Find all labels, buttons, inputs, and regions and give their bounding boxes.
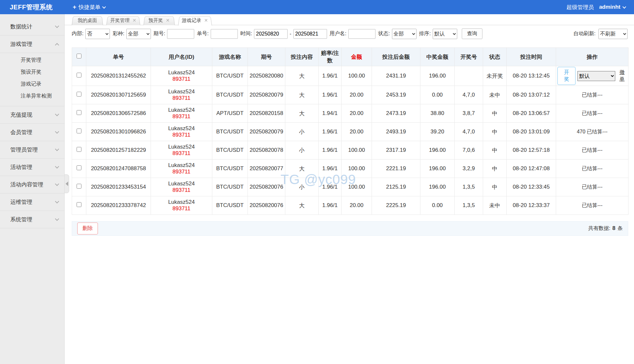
sidebar-item-2[interactable]: 游戏管理: [0, 36, 64, 53]
filter-internal: 内部: 否: [72, 29, 110, 39]
row-checkbox-cell: [72, 160, 86, 178]
select-all-checkbox[interactable]: [77, 54, 81, 58]
sidebar-nav: 数据统计游戏管理开奖管理预设开奖游戏记录注单异常检测充值提现会员管理管理员管理活…: [0, 18, 64, 228]
sidebar-item-8[interactable]: 运维管理: [0, 193, 64, 211]
sidebar-item-7[interactable]: 活动内容管理: [0, 176, 64, 193]
column-header: 用户名(ID): [151, 48, 212, 66]
close-icon[interactable]: ✕: [204, 18, 208, 23]
sidebar-subitem-2[interactable]: 预设开奖: [0, 66, 64, 78]
cell-bet-time: 08-20 13:06:57: [507, 104, 556, 123]
sidebar-item-6[interactable]: 活动管理: [0, 159, 64, 176]
filter-order-input[interactable]: [211, 29, 238, 39]
cell-username: Lukasz524: [152, 199, 211, 205]
sidebar-item-1[interactable]: 数据统计: [0, 18, 64, 36]
filter-period-input[interactable]: [167, 29, 194, 39]
sidebar-subitem-4[interactable]: 注单异常检测: [0, 90, 64, 102]
cell-user-id: 893711: [152, 187, 211, 193]
filter-lottery-label: 彩种:: [112, 30, 124, 37]
column-header: 中奖金额: [420, 48, 455, 66]
sidebar-collapse-handle[interactable]: [65, 174, 69, 193]
cell-order-number: 202508201306572586: [86, 104, 151, 123]
filter-internal-label: 内部:: [72, 30, 83, 37]
sidebar-item-label: 管理员管理: [10, 146, 38, 153]
row-checkbox[interactable]: [77, 92, 81, 97]
sidebar-submenu: 开奖管理预设开奖游戏记录注单异常检测: [0, 53, 64, 106]
cell-action: 470 已结算---: [556, 123, 629, 141]
close-icon[interactable]: ✕: [132, 18, 136, 23]
auto-refresh-label: 自动刷新:: [574, 30, 596, 37]
filter-internal-select[interactable]: 否: [85, 29, 110, 39]
filter-username-input[interactable]: [348, 29, 375, 39]
filter-time-to-input[interactable]: [293, 29, 327, 39]
tab-4[interactable]: 游戏记录✕: [178, 16, 212, 25]
cell-order-number: 202508201301096826: [86, 123, 151, 141]
row-checkbox[interactable]: [77, 129, 81, 133]
cell-win-amount: 196.00: [420, 160, 455, 178]
filter-time-from-input[interactable]: [254, 29, 288, 39]
cell-status: 中: [483, 160, 507, 178]
cell-bet-content: 大: [285, 66, 319, 86]
row-checkbox[interactable]: [77, 184, 81, 189]
sidebar-subitem-1[interactable]: 开奖管理: [0, 54, 64, 66]
open-draw-button[interactable]: 开奖: [557, 67, 576, 85]
cell-user: Lukasz524 893711: [151, 86, 212, 104]
filter-period: 期号:: [153, 29, 194, 39]
column-header: 赔率/注数: [319, 48, 342, 66]
cell-amount: 20.00: [342, 104, 372, 123]
cell-win-amount: 196.00: [420, 178, 455, 196]
cell-action: 已结算---: [556, 104, 629, 123]
tab-1[interactable]: 我的桌面: [72, 16, 103, 25]
cancel-order-link[interactable]: 撤单: [617, 69, 627, 83]
settled-status-text: 已结算---: [582, 166, 603, 171]
chevron-down-icon: [55, 164, 59, 169]
filter-status-select[interactable]: 全部: [392, 29, 417, 39]
row-checkbox[interactable]: [77, 147, 81, 152]
close-icon[interactable]: ✕: [166, 18, 170, 23]
row-checkbox-cell: [72, 104, 86, 123]
cell-game-name: BTC/USDT: [212, 160, 248, 178]
auto-refresh-select[interactable]: 不刷新: [598, 29, 628, 39]
cell-period: 20250820076: [248, 196, 285, 215]
sidebar-item-9[interactable]: 系统管理: [0, 211, 64, 228]
filter-lottery-select[interactable]: 全部: [126, 29, 151, 39]
cell-after-amount: 2125.19: [372, 178, 420, 196]
settled-status-text: 470 已结算---: [577, 129, 608, 134]
chevron-down-icon: [55, 182, 59, 186]
column-header: 开奖号: [455, 48, 483, 66]
row-checkbox[interactable]: [77, 165, 81, 170]
cell-odds: 1.96/1: [319, 178, 342, 196]
settled-status-text: 已结算---: [582, 147, 603, 153]
delete-button[interactable]: 删除: [77, 223, 98, 234]
filter-sort: 排序: 默认: [419, 29, 457, 39]
cell-status: 中: [483, 141, 507, 160]
settled-status-text: 已结算---: [582, 110, 603, 116]
tab-2[interactable]: 开奖管理✕: [106, 16, 140, 25]
sidebar-subitem-3[interactable]: 游戏记录: [0, 78, 64, 90]
settled-status-text: 已结算---: [582, 92, 603, 98]
cell-odds: 1.96/1: [319, 66, 342, 86]
sidebar-item-3[interactable]: 充值提现: [0, 106, 64, 124]
cell-order-number: 202508201257182229: [86, 141, 151, 160]
tab-3[interactable]: 预开奖✕: [143, 16, 175, 25]
quick-menu-button[interactable]: + 快捷菜单: [73, 4, 105, 11]
cell-status: 中: [483, 178, 507, 196]
filter-sort-select[interactable]: 默认: [433, 29, 457, 39]
cell-username: Lukasz524: [152, 181, 211, 187]
cell-user-id: 893711: [152, 113, 211, 120]
row-checkbox[interactable]: [77, 110, 81, 115]
cell-draw-number: 7,0,6: [455, 141, 483, 160]
user-role-label: 超级管理员: [566, 4, 594, 11]
row-checkbox[interactable]: [77, 202, 81, 207]
draw-preset-select[interactable]: 默认: [577, 71, 615, 81]
row-checkbox[interactable]: [77, 73, 81, 78]
cell-period: 20250820076: [248, 178, 285, 196]
cell-after-amount: 2225.19: [372, 196, 420, 215]
chevron-down-icon: [102, 5, 106, 8]
user-menu-button[interactable]: adminht: [599, 4, 626, 10]
query-button[interactable]: 查询: [462, 28, 482, 39]
cell-period: 20250820079: [248, 123, 285, 141]
sidebar-item-4[interactable]: 会员管理: [0, 124, 64, 141]
sidebar-item-5[interactable]: 管理员管理: [0, 141, 64, 159]
cell-amount: 100.00: [342, 66, 372, 86]
cell-after-amount: 2453.19: [372, 86, 420, 104]
